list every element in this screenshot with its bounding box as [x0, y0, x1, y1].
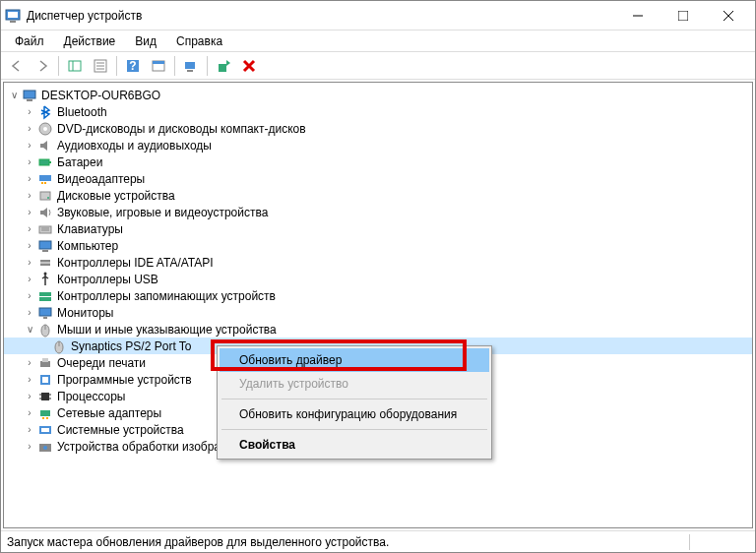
collapse-icon[interactable]: ∨ [24, 324, 35, 336]
menu-action[interactable]: Действие [54, 32, 126, 50]
tree-label: Аудиовходы и аудиовыходы [57, 139, 212, 153]
tree-category-monitors[interactable]: ›Мониторы [4, 304, 752, 321]
svg-rect-51 [41, 393, 49, 400]
expand-icon[interactable]: › [24, 190, 35, 202]
tree-category-sound[interactable]: ›Звуковые, игровые и видеоустройства [4, 204, 752, 220]
collapse-icon[interactable]: ∨ [8, 90, 20, 101]
scan-hardware-button[interactable] [179, 54, 203, 78]
tree-label: Звуковые, игровые и видеоустройства [57, 206, 268, 219]
svg-point-23 [43, 127, 47, 131]
window-title: Диспетчер устройств [27, 9, 615, 23]
svg-rect-19 [219, 64, 226, 72]
expand-icon[interactable]: › [24, 290, 35, 302]
tree-root[interactable]: ∨ DESKTOP-OUR6BGO [4, 87, 752, 103]
expand-icon[interactable]: › [24, 391, 35, 402]
ide-icon [37, 255, 53, 271]
expand-icon[interactable]: › [24, 307, 35, 319]
tree-category-dvd[interactable]: ›DVD-дисководы и дисководы компакт-диско… [4, 120, 752, 137]
tree-category-bluetooth[interactable]: ›Bluetooth [4, 103, 752, 120]
tree-label: Контроллеры IDE ATA/ATAPI [57, 256, 214, 270]
status-text: Запуск мастера обновления драйверов для … [7, 535, 389, 549]
tree-label: Мыши и иные указывающие устройства [57, 323, 277, 337]
ctx-update-driver[interactable]: Обновить драйвер [220, 348, 489, 372]
status-bar: Запуск мастера обновления драйверов для … [1, 530, 755, 552]
expand-icon[interactable]: › [24, 240, 35, 252]
ctx-separator [221, 429, 487, 430]
expand-icon[interactable]: › [24, 441, 35, 453]
expand-icon[interactable]: › [24, 123, 35, 135]
help-button[interactable]: ? [121, 54, 145, 78]
properties-button[interactable] [89, 54, 112, 78]
ctx-delete-device[interactable]: Удалить устройство [220, 372, 489, 396]
expand-icon[interactable]: › [24, 257, 35, 269]
tree-label: Сетевые адаптеры [57, 406, 161, 420]
menu-file[interactable]: Файл [5, 32, 54, 50]
tree-label: Процессоры [57, 390, 126, 403]
svg-rect-1 [8, 12, 18, 18]
close-button[interactable] [706, 1, 751, 31]
expand-icon[interactable]: › [24, 106, 35, 118]
tree-category-storage[interactable]: ›Контроллеры запоминающих устройств [4, 287, 752, 304]
update-driver-button[interactable] [212, 54, 235, 78]
tree-category-ide[interactable]: ›Контроллеры IDE ATA/ATAPI [4, 254, 752, 271]
svg-rect-26 [39, 175, 51, 181]
expand-icon[interactable]: › [24, 357, 35, 369]
menu-view[interactable]: Вид [125, 32, 166, 50]
svg-rect-58 [46, 417, 48, 419]
ctx-properties[interactable]: Свойства [220, 433, 489, 457]
tree-label: DVD-дисководы и дисководы компакт-дисков [57, 122, 306, 136]
tree-category-disk[interactable]: ›Дисковые устройства [4, 187, 752, 204]
back-button[interactable] [5, 54, 29, 78]
expand-icon[interactable]: › [24, 374, 35, 386]
svg-rect-24 [39, 159, 49, 165]
tree-label: Контроллеры USB [57, 273, 158, 286]
bluetooth-icon [37, 104, 53, 120]
tree-label: Synaptics PS/2 Port To [71, 339, 192, 353]
expand-icon[interactable]: › [24, 424, 35, 436]
expand-icon[interactable]: › [24, 407, 35, 419]
action-button[interactable] [147, 54, 170, 78]
computer-icon [37, 238, 53, 254]
tree-label: Мониторы [57, 306, 113, 320]
tree-category-display[interactable]: ›Видеоадаптеры [4, 170, 752, 187]
svg-rect-35 [42, 250, 48, 252]
tree-label: Очереди печати [57, 356, 146, 370]
expand-icon[interactable]: › [24, 173, 35, 185]
expand-icon[interactable]: › [24, 207, 35, 218]
expand-icon[interactable]: › [24, 156, 35, 168]
expand-icon[interactable]: › [24, 223, 35, 235]
tree-label: Видеоадаптеры [57, 172, 145, 186]
tree-category-mice[interactable]: ∨Мыши и иные указывающие устройства [4, 321, 752, 338]
battery-icon [37, 154, 53, 170]
show-hide-console-button[interactable] [63, 54, 87, 78]
minimize-button[interactable] [615, 1, 661, 31]
svg-rect-60 [41, 428, 49, 432]
app-icon [5, 8, 21, 24]
tree-category-keyboards[interactable]: ›Клавиатуры [4, 220, 752, 237]
tree-category-audio-io[interactable]: ›Аудиовходы и аудиовыходы [4, 137, 752, 154]
svg-rect-16 [153, 61, 164, 64]
menu-help[interactable]: Справка [166, 32, 232, 50]
tree-category-usb[interactable]: ›Контроллеры USB [4, 271, 752, 287]
ctx-refresh-hardware[interactable]: Обновить конфигурацию оборудования [220, 402, 489, 426]
menu-bar: Файл Действие Вид Справка [1, 31, 755, 52]
tree-category-batteries[interactable]: ›Батареи [4, 154, 752, 170]
svg-point-30 [47, 197, 49, 199]
svg-rect-48 [42, 358, 48, 362]
maximize-button[interactable] [661, 1, 706, 31]
svg-rect-25 [49, 161, 51, 163]
toolbar-separator [207, 56, 208, 76]
keyboard-icon [37, 221, 53, 237]
svg-rect-20 [24, 91, 35, 98]
speaker-icon [37, 138, 53, 154]
svg-rect-4 [678, 11, 688, 21]
expand-icon[interactable]: › [24, 274, 35, 285]
svg-rect-7 [69, 61, 81, 71]
expand-icon[interactable]: › [24, 140, 35, 152]
toolbar-separator [58, 56, 59, 76]
uninstall-button[interactable] [237, 54, 261, 78]
title-bar: Диспетчер устройств [1, 1, 755, 31]
forward-button[interactable] [31, 54, 54, 78]
tree-category-computer[interactable]: ›Компьютер [4, 237, 752, 254]
device-tree: ∨ DESKTOP-OUR6BGO ›Bluetooth ›DVD-дисков… [3, 82, 753, 528]
